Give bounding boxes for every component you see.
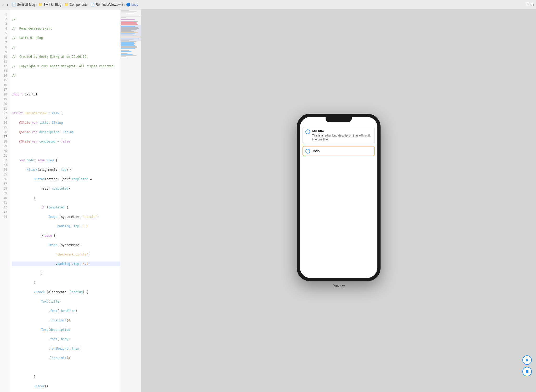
- file-icon-1: 📄: [12, 3, 16, 7]
- minimap-line: [121, 46, 137, 47]
- reminder-item-1: My title This is a rather long descripti…: [303, 127, 375, 144]
- phone-frame: My title This is a rather long descripti…: [297, 114, 381, 281]
- minimap-line: [121, 47, 137, 48]
- reminder-item-2: Todo: [303, 146, 375, 156]
- minimap-line: [121, 21, 138, 22]
- code-line-2: // ReminderView.swift: [12, 26, 120, 31]
- minimap-line: [121, 56, 126, 57]
- code-line-22: Image (systemName: "circle"): [12, 214, 120, 219]
- symbol-icon: 🔵: [126, 3, 130, 7]
- minimap-line: [121, 51, 131, 52]
- editor-layout-button-2[interactable]: ⊟: [531, 3, 534, 7]
- folder-icon-2: 📁: [64, 3, 69, 7]
- minimap-viewport-indicator: [120, 25, 141, 41]
- reminder-title-1: My title: [312, 129, 372, 133]
- code-line-38: [12, 365, 120, 370]
- code-line-28: }: [12, 271, 120, 276]
- breadcrumb-item-5[interactable]: body: [131, 3, 138, 7]
- code-line-9: import SwiftUI: [12, 92, 120, 97]
- reminder-circle-1[interactable]: [305, 129, 310, 134]
- phone-screen: My title This is a rather long descripti…: [300, 117, 377, 278]
- minimap-line: [121, 17, 126, 18]
- breadcrumb: 📄 Swift UI Blog › 📁 Swift UI Blog › 📁 Co…: [12, 3, 138, 7]
- play-icon: [525, 358, 529, 362]
- code-line-21: if !completed {: [12, 205, 120, 210]
- nav-buttons: ‹ ›: [2, 2, 9, 7]
- phone-notch: [326, 117, 352, 122]
- minimap-line: [121, 44, 134, 45]
- breadcrumb-item-1[interactable]: Swift UI Blog: [17, 3, 35, 7]
- minimap-line: [121, 54, 133, 55]
- code-line-12: @State var title: String: [12, 120, 120, 125]
- code-line-39: }: [12, 374, 120, 379]
- breadcrumb-sep-2: ›: [62, 3, 63, 6]
- nav-back-button[interactable]: ‹: [2, 2, 5, 7]
- code-line-7: //: [12, 73, 120, 78]
- minimap-line: [121, 48, 135, 49]
- code-line-10: [12, 101, 120, 106]
- breadcrumb-item-3[interactable]: Components: [70, 3, 87, 7]
- code-line-29: }: [12, 280, 120, 285]
- minimap-line: [121, 14, 126, 14]
- minimap-line: [121, 42, 134, 43]
- minimap-line: [121, 16, 141, 16]
- folder-icon-1: 📁: [38, 3, 42, 7]
- preview-play-button[interactable]: [522, 355, 532, 365]
- minimap-line: [121, 18, 122, 19]
- code-line-18: Button(action: {self.completed =: [12, 177, 120, 181]
- editor-area: 1 2 3 4 5 6 7 8 9 10 11 12 13 14 15 16 1…: [0, 9, 141, 392]
- code-line-17: HStack(alignment: .top) {: [12, 167, 120, 172]
- breadcrumb-sep-1: ›: [36, 3, 37, 6]
- line-numbers: 1 2 3 4 5 6 7 8 9 10 11 12 13 14 15 16 1…: [0, 9, 9, 392]
- nav-forward-button[interactable]: ›: [6, 2, 9, 7]
- minimap-line: [121, 53, 127, 54]
- reminder-title-2: Todo: [312, 149, 320, 153]
- code-line-30: VStack (alignment: .leading) {: [12, 290, 120, 294]
- code-line-16: var body: some View {: [12, 158, 120, 163]
- preview-label: Preview: [333, 284, 345, 288]
- code-line-33: .lineLimit(4): [12, 318, 120, 323]
- reminder-text-block-1: My title This is a rather long descripti…: [312, 129, 372, 142]
- code-line-31: Text(title): [12, 299, 120, 304]
- minimap: [120, 9, 141, 392]
- code-line-6: // Copyright © 2019 Goetz Markgraf. All …: [12, 64, 120, 69]
- minimap-line: [121, 43, 135, 44]
- code-line-27: .padding(.top, 5.0): [12, 262, 120, 266]
- code-line-15: [12, 149, 120, 153]
- svg-rect-1: [526, 370, 528, 373]
- code-line-23: .padding(.top, 5.0): [12, 224, 120, 229]
- minimap-line: [121, 50, 129, 51]
- breadcrumb-item-2[interactable]: Swift UI Blog: [43, 3, 62, 7]
- minimap-line: [121, 20, 122, 21]
- minimap-line: [121, 15, 139, 15]
- code-line-13: @State var description: String: [12, 130, 120, 134]
- swift-file-icon: 📄: [91, 3, 95, 7]
- breadcrumb-sep-3: ›: [88, 3, 90, 6]
- minimap-line: [121, 52, 122, 53]
- code-line-32: .font(.headline): [12, 309, 120, 313]
- preview-stop-button[interactable]: [522, 367, 532, 376]
- code-editor[interactable]: // // ReminderView.swift // Swift UI Blo…: [9, 9, 120, 392]
- code-line-34: Text(description): [12, 327, 120, 332]
- code-line-14: @State var completed = false: [12, 139, 120, 144]
- breadcrumb-item-4[interactable]: ReminderView.swift: [96, 3, 123, 7]
- code-line-37: .lineLimit(4): [12, 356, 120, 360]
- code-line-19: !self.completed}): [12, 186, 120, 191]
- minimap-line: [121, 10, 129, 11]
- minimap-line: [121, 22, 137, 23]
- breadcrumb-sep-4: ›: [124, 3, 125, 6]
- code-line-25: Image (systemName:: [12, 243, 120, 247]
- minimap-line: [121, 49, 122, 50]
- code-line-24: } else {: [12, 233, 120, 238]
- editor-layout-button-1[interactable]: ⊞: [526, 3, 529, 7]
- reminder-circle-2[interactable]: [305, 149, 310, 154]
- minimap-line: [121, 19, 135, 20]
- minimap-line: [121, 55, 137, 56]
- stop-icon: [525, 370, 529, 373]
- code-line-35: .font(.body): [12, 337, 120, 342]
- code-line-4: //: [12, 45, 120, 50]
- code-line-11: struct ReminderView : View {: [12, 111, 120, 116]
- preview-controls: [522, 355, 532, 376]
- code-line-26: "checkmark.circle"): [12, 252, 120, 257]
- top-bar-right: ⊞ ⊟: [526, 3, 534, 7]
